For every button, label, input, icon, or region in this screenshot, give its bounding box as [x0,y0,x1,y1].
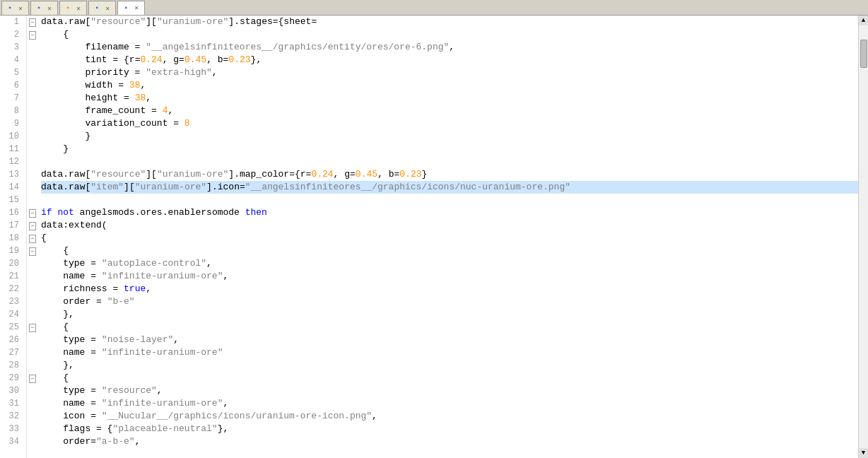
line-number-16: 16 [0,206,22,219]
code-line-6[interactable]: width = 38, [41,79,858,92]
fold-marker-17[interactable]: − [27,219,38,232]
token: richness = [41,283,124,294]
tab-pustynnaya[interactable]: ▪ ✕ [30,1,58,15]
line-number-11: 11 [0,143,22,155]
tab-close-999[interactable]: ✕ [18,4,23,13]
code-line-11[interactable]: } [41,143,858,155]
code-line-31[interactable]: name = "infinite-uranium-ore", [41,397,858,410]
token: true [124,283,146,294]
code-line-8[interactable]: frame_count = 4, [41,105,858,117]
line-number-12: 12 [0,155,22,168]
code-line-10[interactable]: } [41,130,858,143]
token: 0.23 [399,169,421,180]
tab-999[interactable]: ▪ ✕ [1,1,29,15]
token: . [63,169,69,180]
tab-boblead[interactable]: ▪ ✕ [88,1,116,15]
code-line-22[interactable]: richness = true, [41,283,858,295]
code-line-33[interactable]: flags = {"placeable-neutral"}, [41,423,858,435]
fold-marker-4 [27,54,38,66]
code-line-14[interactable]: data.raw["item"]["uranium-ore"].icon="__… [41,181,858,194]
code-line-7[interactable]: height = 38, [41,92,858,105]
token: { [41,245,69,256]
fold-marker-29[interactable]: − [27,372,38,384]
token: type = [41,385,102,396]
code-line-9[interactable]: variation_count = 8 [41,117,858,130]
code-line-28[interactable]: }, [41,359,858,372]
fold-marker-1[interactable]: − [27,16,38,28]
code-line-24[interactable]: }, [41,308,858,321]
code-area[interactable]: data.raw["resource"]["uranium-ore"].stag… [38,16,858,458]
code-line-15[interactable] [41,194,858,206]
code-line-32[interactable]: icon = "__Nucular__/graphics/icons/urani… [41,410,858,423]
token: = [273,16,278,27]
scrollbar[interactable]: ▲ ▼ [858,16,868,458]
tab-icon-boblead: ▪ [95,4,99,12]
token: { [41,233,47,243]
scrollbar-track[interactable] [860,25,868,448]
tab-modlist[interactable]: ▪ ✕ [59,1,87,15]
fold-marker-2[interactable]: − [27,28,38,41]
code-line-4[interactable]: tint = {r=0.24, g=0.45, b=0.23}, [41,54,858,66]
fold-marker-21 [27,270,38,283]
code-line-5[interactable]: priority = "extra-high", [41,66,858,79]
token: data [41,169,63,180]
code-line-30[interactable]: type = "resource", [41,384,858,397]
token: } [422,169,428,180]
token: = [179,54,184,65]
code-line-12[interactable] [41,155,858,168]
tab-icon-999: ▪ [8,4,12,12]
code-line-23[interactable]: order = "b-e" [41,295,858,308]
token: "placeable-neutral" [112,423,217,434]
code-line-2[interactable]: { [41,28,858,41]
token: , [140,80,146,90]
scrollbar-down-button[interactable]: ▼ [859,448,868,458]
token: 0.24 [311,169,333,180]
code-line-1[interactable]: data.raw["resource"]["uranium-ore"].stag… [41,16,858,28]
fold-marker-27 [27,346,38,359]
code-line-25[interactable]: { [41,321,858,334]
line-number-30: 30 [0,384,22,397]
token: }, [41,360,74,370]
fold-marker-18[interactable]: − [27,232,38,245]
code-line-16[interactable]: if not angelsmods.ores.enablersomode the… [41,206,858,219]
line-number-21: 21 [0,270,22,283]
code-line-19[interactable]: { [41,245,858,257]
token: name = [41,347,102,358]
token: "infinite-uranium-ore" [102,271,223,281]
tab-close-pustynnaya[interactable]: ✕ [47,4,52,13]
line-number-33: 33 [0,423,22,435]
code-line-20[interactable]: type = "autoplace-control", [41,257,858,270]
tab-close-modlist[interactable]: ✕ [76,4,81,13]
tab-close-boblead[interactable]: ✕ [105,4,110,13]
line-number-18: 18 [0,232,22,245]
scrollbar-up-button[interactable]: ▲ [859,16,868,25]
code-line-29[interactable]: { [41,372,858,384]
token: g [344,169,350,180]
fold-marker-15 [27,194,38,206]
token: b [218,54,223,65]
fold-marker-25[interactable]: − [27,321,38,334]
fold-marker-19[interactable]: − [27,245,38,257]
token: , [372,411,377,421]
token: icon = [41,411,102,421]
line-number-6: 6 [0,79,22,92]
token: ( [102,220,107,230]
tab-icon-modlist: ▪ [66,4,70,12]
fold-marker-16[interactable]: − [27,206,38,219]
token: name = [41,398,102,409]
code-line-26[interactable]: type = "noise-layer", [41,334,858,346]
code-line-21[interactable]: name = "infinite-uranium-ore", [41,270,858,283]
code-line-34[interactable]: order="a-b-e", [41,435,858,448]
code-line-18[interactable]: { [41,232,858,245]
tab-close-nucuranium[interactable]: ✕ [134,4,139,12]
tab-nucuranium[interactable]: ▪ ✕ [117,1,145,15]
token: height = [41,93,135,103]
code-line-3[interactable]: filename = "__angelsinfiniteores__/graph… [41,41,858,54]
code-line-17[interactable]: data:extend( [41,219,858,232]
line-number-23: 23 [0,295,22,308]
scrollbar-thumb[interactable] [860,40,867,68]
line-number-31: 31 [0,397,22,410]
code-line-13[interactable]: data.raw["resource"]["uranium-ore"].map_… [41,168,858,181]
line-number-4: 4 [0,54,22,66]
code-line-27[interactable]: name = "infinite-uranium-ore" [41,346,858,359]
